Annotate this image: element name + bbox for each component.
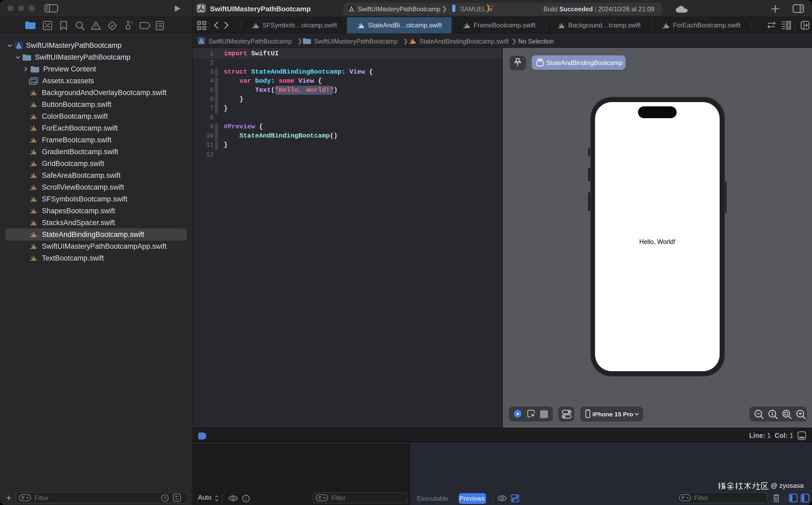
svg-text:i: i xyxy=(245,496,246,501)
svg-text:1: 1 xyxy=(771,411,773,416)
